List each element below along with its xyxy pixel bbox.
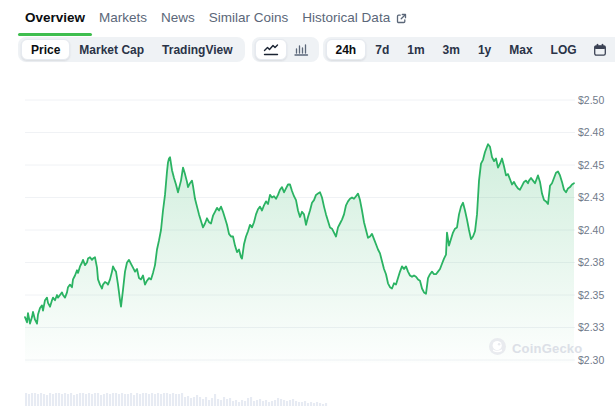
volume-bar bbox=[271, 401, 273, 406]
volume-bar bbox=[226, 399, 228, 406]
y-axis-tick-label: $2.43 bbox=[578, 191, 604, 203]
volume-bar bbox=[112, 393, 114, 406]
volume-bar bbox=[169, 394, 171, 406]
volume-bar bbox=[58, 393, 60, 406]
volume-bar bbox=[67, 394, 69, 406]
volume-bar bbox=[202, 399, 204, 406]
volume-bar bbox=[199, 397, 201, 406]
volume-bar bbox=[52, 394, 54, 406]
volume-bar bbox=[316, 402, 318, 406]
volume-bar bbox=[49, 393, 51, 406]
volume-bar bbox=[73, 395, 75, 406]
volume-bar bbox=[193, 397, 195, 406]
volume-bar bbox=[97, 393, 99, 406]
volume-bar bbox=[286, 401, 288, 406]
volume-bar bbox=[253, 401, 255, 406]
volume-bar bbox=[106, 393, 108, 406]
volume-bar bbox=[298, 402, 300, 406]
volume-bar bbox=[109, 394, 111, 406]
volume-bar bbox=[205, 397, 207, 406]
volume-bar bbox=[133, 395, 135, 406]
volume-bar bbox=[262, 401, 264, 406]
volume-bar bbox=[172, 393, 174, 406]
volume-bar bbox=[325, 403, 327, 406]
volume-bar bbox=[178, 394, 180, 406]
volume-bar bbox=[154, 394, 156, 406]
volume-bar bbox=[127, 394, 129, 406]
volume-bar bbox=[304, 401, 306, 406]
volume-bar bbox=[91, 394, 93, 406]
volume-bar bbox=[46, 395, 48, 406]
volume-bar bbox=[100, 395, 102, 406]
volume-bar bbox=[64, 393, 66, 406]
volume-bar bbox=[157, 393, 159, 406]
volume-bar bbox=[235, 400, 237, 406]
volume-bar bbox=[190, 398, 192, 406]
volume-bar bbox=[220, 400, 222, 406]
y-axis-tick-label: $2.33 bbox=[578, 321, 604, 333]
volume-bar bbox=[61, 394, 63, 406]
volume-bar bbox=[166, 393, 168, 406]
volume-bar bbox=[40, 393, 42, 406]
volume-bar bbox=[277, 398, 279, 406]
volume-bar bbox=[283, 400, 285, 406]
volume-bar bbox=[25, 393, 27, 406]
volume-bar bbox=[103, 394, 105, 406]
y-axis-tick-label: $2.30 bbox=[578, 354, 604, 366]
volume-bar bbox=[292, 399, 294, 406]
volume-bar bbox=[184, 397, 186, 406]
y-axis-tick-label: $2.48 bbox=[578, 126, 604, 138]
volume-bar bbox=[196, 395, 198, 406]
volume-bar bbox=[319, 403, 321, 406]
volume-bar bbox=[214, 394, 216, 406]
volume-bar bbox=[247, 398, 249, 406]
volume-bar bbox=[88, 393, 90, 406]
volume-bar bbox=[295, 401, 297, 406]
volume-bar bbox=[148, 394, 150, 406]
volume-bar bbox=[265, 400, 267, 406]
volume-bar bbox=[28, 394, 30, 406]
volume-bar bbox=[76, 394, 78, 406]
volume-bar bbox=[313, 403, 315, 406]
volume-bar bbox=[244, 401, 246, 406]
price-chart[interactable]: $2.50 $2.48 $2.45 $2.43 $2.40 $2.38 $2.3… bbox=[0, 0, 615, 410]
volume-bar bbox=[160, 394, 162, 406]
volume-bar bbox=[85, 394, 87, 406]
y-axis-tick-label: $2.38 bbox=[578, 256, 604, 268]
volume-bar bbox=[142, 393, 144, 406]
volume-bar bbox=[250, 397, 252, 406]
volume-bar bbox=[289, 400, 291, 406]
volume-bar bbox=[37, 394, 39, 406]
volume-bar bbox=[208, 400, 210, 406]
volume-bar bbox=[94, 393, 96, 406]
volume-bar bbox=[322, 404, 324, 406]
volume-bar bbox=[121, 393, 123, 406]
volume-bar bbox=[163, 393, 165, 406]
volume-bar bbox=[268, 402, 270, 406]
volume-bar bbox=[241, 400, 243, 406]
volume-bar bbox=[55, 393, 57, 406]
volume-bar bbox=[115, 393, 117, 406]
volume-bar bbox=[151, 393, 153, 406]
volume-bar bbox=[175, 394, 177, 406]
volume-bar bbox=[256, 400, 258, 406]
y-axis-labels: $2.50 $2.48 $2.45 $2.43 $2.40 $2.38 $2.3… bbox=[578, 94, 604, 366]
volume-bar bbox=[187, 396, 189, 406]
y-axis-tick-label: $2.35 bbox=[578, 289, 604, 301]
volume-bar bbox=[229, 398, 231, 406]
volume-bar bbox=[223, 397, 225, 406]
volume-bar bbox=[238, 402, 240, 406]
volume-bar bbox=[136, 393, 138, 406]
volume-bar bbox=[139, 394, 141, 406]
volume-bar bbox=[310, 402, 312, 406]
volume-bar bbox=[232, 401, 234, 406]
volume-bar bbox=[181, 393, 183, 406]
volume-bar bbox=[118, 394, 120, 406]
volume-bar bbox=[70, 393, 72, 406]
y-axis-tick-label: $2.45 bbox=[578, 159, 604, 171]
volume-bar bbox=[82, 393, 84, 406]
volume-bar bbox=[34, 393, 36, 406]
volume-bar bbox=[31, 393, 33, 406]
volume-bar bbox=[301, 402, 303, 406]
volume-bar bbox=[145, 393, 147, 406]
